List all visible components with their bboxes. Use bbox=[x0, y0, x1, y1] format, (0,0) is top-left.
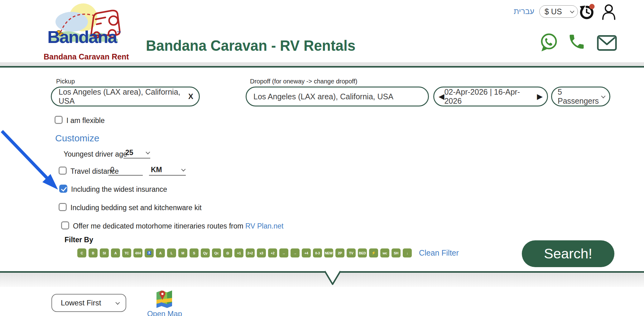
search-button[interactable]: Search! bbox=[522, 240, 614, 267]
filter-truck-camper-icon[interactable]: TC bbox=[122, 248, 131, 257]
filter-family-plus-icon[interactable]: +2 bbox=[268, 248, 277, 257]
filter-power-icon[interactable]: ⚡ bbox=[369, 248, 378, 257]
page: Bandana™ Bandana Caravan Rent Bandana Ca… bbox=[0, 0, 644, 316]
travel-distance-input[interactable]: 0 bbox=[108, 166, 143, 176]
filter-automatic-transmission-icon[interactable]: A bbox=[156, 248, 165, 257]
filter-rotate-icon[interactable]: ◎ bbox=[223, 248, 232, 257]
chevron-down-icon bbox=[115, 300, 120, 305]
date-next-button[interactable]: ▶ bbox=[537, 93, 543, 100]
driver-age-select[interactable]: 25 bbox=[123, 149, 150, 158]
clean-filter-link[interactable]: Clean Filter bbox=[419, 248, 459, 257]
flexible-label: I am flexible bbox=[66, 116, 105, 125]
filter-bed-icon[interactable]: BED bbox=[358, 248, 367, 257]
passengers-select[interactable]: 5 Passengers bbox=[551, 87, 610, 106]
whatsapp-icon bbox=[541, 34, 556, 51]
filter-baby-seat-0-3-icon[interactable]: 0-3 bbox=[313, 248, 322, 257]
itineraries-checkbox[interactable] bbox=[61, 221, 69, 229]
clock-hands-icon bbox=[587, 9, 589, 13]
insurance-label: Including the widest insurance bbox=[71, 185, 167, 194]
open-map-link[interactable]: Open Map bbox=[145, 309, 184, 316]
filter-rv-large-icon[interactable]: L bbox=[167, 248, 176, 257]
pickup-clear-button[interactable]: X bbox=[185, 92, 193, 101]
filter-icons: CBSIATC4X4♿ALMSQyQc◎+12+2x3+2↔→+40-3NEW2… bbox=[77, 248, 459, 257]
header-divider-band bbox=[0, 62, 644, 66]
person-icon bbox=[603, 5, 615, 19]
filter-shower-icon[interactable]: SH bbox=[392, 248, 401, 257]
insurance-checkbox[interactable] bbox=[59, 185, 67, 193]
sort-value: Lowest First bbox=[61, 299, 101, 307]
distance-unit-select[interactable]: KM bbox=[149, 166, 186, 176]
filter-new-vehicle-icon[interactable]: NEW bbox=[324, 248, 333, 257]
currency-value: $ US bbox=[545, 7, 562, 16]
currency-select[interactable]: $ US bbox=[539, 5, 578, 18]
bedding-checkbox[interactable] bbox=[59, 203, 67, 211]
dropoff-label: Dropoff (for oneway -> change dropoff) bbox=[250, 78, 357, 85]
header-divider-line bbox=[0, 66, 644, 68]
filter-semi-integrated-icon[interactable]: SI bbox=[100, 248, 109, 257]
filter-extra-person-icon[interactable]: +1 bbox=[234, 248, 243, 257]
pickup-value: Los Angeles (LAX area), California, USA bbox=[59, 87, 185, 106]
filter-x3-persons-icon[interactable]: x3 bbox=[257, 248, 266, 257]
email-button[interactable] bbox=[596, 34, 618, 52]
filter-circle-c-icon[interactable]: Qc bbox=[212, 248, 221, 257]
rv-plan-link[interactable]: RV Plan.net bbox=[245, 222, 283, 230]
date-prev-button[interactable]: ◀ bbox=[439, 93, 444, 100]
logo-subtitle: Bandana Caravan Rent bbox=[44, 52, 131, 61]
chevron-down-icon bbox=[570, 9, 574, 13]
itineraries-text: Offer me dedicated motorhome itineraries… bbox=[73, 222, 243, 230]
date-range-value: 02-Apr-2026 | 16-Apr-2026 bbox=[444, 87, 537, 106]
driver-age-label: Youngest driver age bbox=[64, 150, 127, 158]
logo-trademark: ™ bbox=[117, 30, 121, 35]
bedding-label: Including bedding set and kitchenware ki… bbox=[70, 204, 202, 212]
language-link-hebrew[interactable]: עברית bbox=[514, 7, 534, 16]
driver-age-value: 25 bbox=[125, 149, 133, 157]
filter-rv-medium-icon[interactable]: M bbox=[178, 248, 187, 257]
filter-circle-y-icon[interactable]: Qy bbox=[201, 248, 210, 257]
collapse-notch[interactable] bbox=[312, 271, 353, 287]
dropoff-input[interactable]: Los Angeles (LAX area), California, USA bbox=[246, 87, 429, 106]
chevron-down-icon bbox=[181, 167, 185, 172]
itineraries-label: Offer me dedicated motorhome itineraries… bbox=[73, 222, 283, 230]
open-map-button[interactable] bbox=[156, 290, 173, 308]
envelope-icon bbox=[598, 36, 616, 50]
logo-brand-word: Bandana bbox=[47, 27, 117, 47]
filter-wheelchair-accessible-icon[interactable]: ♿ bbox=[145, 248, 154, 257]
passengers-value: 5 Passengers bbox=[558, 87, 601, 106]
phone-icon bbox=[570, 35, 584, 49]
filter-4x4-icon[interactable]: 4X4 bbox=[133, 248, 142, 257]
account-button[interactable] bbox=[602, 4, 616, 21]
pickup-input[interactable]: Los Angeles (LAX area), California, USA … bbox=[51, 87, 200, 106]
filter-plus4-seats-icon[interactable]: +4 bbox=[302, 248, 311, 257]
filter-wc-icon[interactable]: wc bbox=[380, 248, 389, 257]
notification-dot bbox=[589, 4, 595, 9]
chevron-down-icon bbox=[601, 94, 605, 98]
filter-vehicle-length-icon[interactable]: ↔ bbox=[279, 248, 288, 257]
whatsapp-button[interactable] bbox=[539, 32, 559, 52]
filter-two-persons-icon[interactable]: 2P bbox=[335, 248, 344, 257]
filter-delivery-icon[interactable]: ↓ bbox=[403, 248, 412, 257]
date-range-field[interactable]: ◀ 02-Apr-2026 | 16-Apr-2026 ▶ bbox=[433, 87, 548, 106]
chevron-down-icon bbox=[325, 271, 340, 284]
travel-distance-value: 0 bbox=[110, 166, 114, 174]
sort-select[interactable]: Lowest First bbox=[51, 294, 126, 312]
filter-tv-icon[interactable]: TV bbox=[347, 248, 356, 257]
filter-class-b-icon[interactable]: B bbox=[89, 248, 98, 257]
filter-by-label: Filter By bbox=[65, 236, 93, 244]
history-button[interactable] bbox=[579, 4, 595, 21]
flexible-checkbox[interactable] bbox=[55, 116, 63, 124]
phone-button[interactable] bbox=[567, 32, 586, 51]
customize-link[interactable]: Customize bbox=[55, 133, 99, 144]
travel-distance-checkbox[interactable] bbox=[59, 167, 67, 175]
filter-rv-small-icon[interactable]: S bbox=[190, 248, 199, 257]
filter-class-c-icon[interactable]: C bbox=[77, 248, 86, 257]
filter-class-a-icon[interactable]: A bbox=[111, 248, 120, 257]
page-title: Bandana Caravan - RV Rentals bbox=[146, 37, 439, 54]
filter-one-way-icon[interactable]: → bbox=[291, 248, 300, 257]
filter-seats-2plus2-icon[interactable]: 2+2 bbox=[246, 248, 255, 257]
logo-brand-text[interactable]: Bandana™ bbox=[47, 27, 125, 47]
map-icon bbox=[156, 290, 172, 308]
distance-unit-value: KM bbox=[151, 166, 162, 174]
dropoff-value: Los Angeles (LAX area), California, USA bbox=[253, 92, 393, 101]
pickup-label: Pickup bbox=[56, 78, 75, 85]
chevron-down-icon bbox=[146, 150, 150, 154]
